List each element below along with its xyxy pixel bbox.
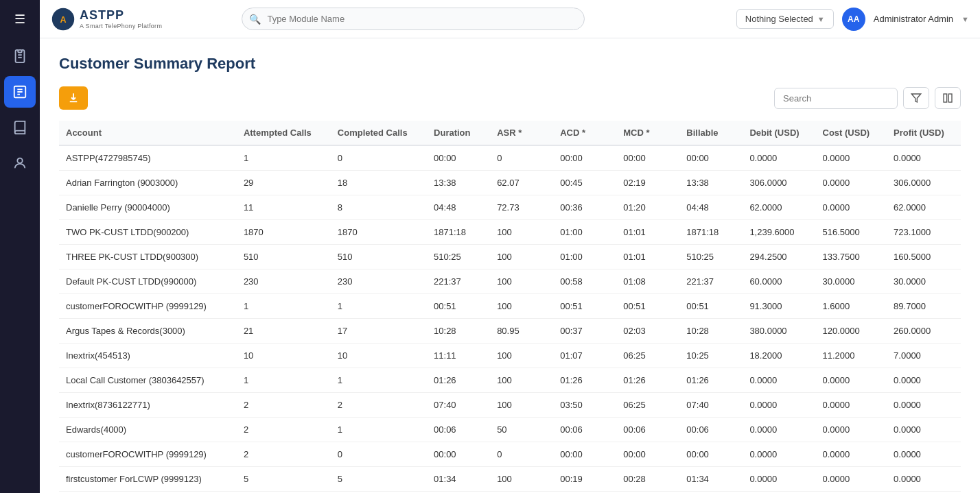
toolbar-row bbox=[59, 86, 961, 110]
col-header-debit: Debit (USD) bbox=[743, 121, 815, 145]
cell-mcd: 01:01 bbox=[616, 220, 679, 245]
cell-acd: 00:19 bbox=[553, 467, 616, 492]
svg-marker-7 bbox=[911, 94, 920, 102]
cell-debit: 0.0000 bbox=[743, 393, 815, 418]
sidebar-item-clipboard[interactable] bbox=[4, 40, 36, 72]
cell-asr: 100 bbox=[490, 220, 553, 245]
cell-profit: 306.0000 bbox=[887, 171, 961, 195]
cell-account: firstcustomer ForLCWP (9999123) bbox=[59, 467, 237, 492]
sidebar-item-book[interactable] bbox=[4, 112, 36, 143]
hamburger-button[interactable]: ☰ bbox=[0, 0, 40, 38]
col-header-cost: Cost (USD) bbox=[816, 121, 887, 145]
reports-icon bbox=[12, 84, 27, 99]
cell-acd: 00:00 bbox=[553, 442, 616, 467]
cell-debit: 0.0000 bbox=[743, 418, 815, 442]
cell-mcd: 00:00 bbox=[616, 442, 679, 467]
cell-asr: 62.07 bbox=[490, 171, 553, 195]
cell-mcd: 01:01 bbox=[616, 245, 679, 269]
cell-asr: 100 bbox=[490, 294, 553, 319]
col-header-billable: Billable bbox=[679, 121, 743, 145]
table-row: Inextrix(454513)101011:1110001:0706:2510… bbox=[59, 344, 961, 368]
table-row: ASTPP(4727985745)1000:00000:0000:0000:00… bbox=[59, 145, 961, 171]
cell-account: Danielle Perry (90004000) bbox=[59, 195, 237, 220]
user-chevron-icon[interactable]: ▼ bbox=[961, 15, 969, 23]
module-search-input[interactable] bbox=[242, 8, 585, 30]
cell-completed: 230 bbox=[331, 269, 427, 294]
cell-asr: 100 bbox=[490, 344, 553, 368]
cell-acd: 00:36 bbox=[553, 195, 616, 220]
cell-billable: 00:00 bbox=[679, 145, 743, 171]
cell-duration: 00:06 bbox=[427, 418, 490, 442]
cell-cost: 11.2000 bbox=[816, 344, 887, 368]
cell-attempted: 1870 bbox=[237, 220, 331, 245]
logo-icon: A bbox=[51, 7, 75, 32]
cell-attempted: 5 bbox=[237, 467, 331, 492]
cell-cost: 0.0000 bbox=[816, 418, 887, 442]
svg-rect-9 bbox=[948, 94, 952, 102]
cell-completed: 0 bbox=[331, 145, 427, 171]
cell-duration: 221:37 bbox=[427, 269, 490, 294]
cell-billable: 01:26 bbox=[679, 368, 743, 393]
cell-completed: 1 bbox=[331, 294, 427, 319]
cell-duration: 00:00 bbox=[427, 442, 490, 467]
download-button[interactable] bbox=[59, 86, 88, 110]
cell-account: customerFOROCWITHP (9999129) bbox=[59, 294, 237, 319]
cell-billable: 221:37 bbox=[679, 269, 743, 294]
sidebar-item-person[interactable] bbox=[4, 147, 36, 179]
table-row: Adrian Farrington (9003000)291813:3862.0… bbox=[59, 171, 961, 195]
cell-debit: 62.0000 bbox=[743, 195, 815, 220]
cell-mcd: 02:03 bbox=[616, 319, 679, 344]
cell-cost: 0.0000 bbox=[816, 442, 887, 467]
cell-profit: 0.0000 bbox=[887, 442, 961, 467]
cell-account: Argus Tapes & Records(3000) bbox=[59, 319, 237, 344]
cell-billable: 510:25 bbox=[679, 245, 743, 269]
cell-billable: 00:00 bbox=[679, 442, 743, 467]
cell-account: Local Call Customer (3803642557) bbox=[59, 368, 237, 393]
cell-acd: 01:00 bbox=[553, 245, 616, 269]
cell-billable: 13:38 bbox=[679, 171, 743, 195]
cell-cost: 133.7500 bbox=[816, 245, 887, 269]
cell-cost: 0.0000 bbox=[816, 467, 887, 492]
col-header-profit: Profit (USD) bbox=[887, 121, 961, 145]
table-row: Inextrix(8736122771)2207:4010003:5006:25… bbox=[59, 393, 961, 418]
cell-completed: 0 bbox=[331, 442, 427, 467]
table-row: Argus Tapes & Records(3000)211710:2880.9… bbox=[59, 319, 961, 344]
topbar: A ASTPP A Smart TelePhony Platform 🔍 Not… bbox=[40, 0, 980, 38]
svg-rect-8 bbox=[944, 94, 947, 102]
table-header: Account Attempted Calls Completed Calls … bbox=[59, 121, 961, 145]
cell-completed: 1 bbox=[331, 418, 427, 442]
cell-billable: 01:34 bbox=[679, 467, 743, 492]
table-search-input[interactable] bbox=[774, 88, 898, 109]
cell-duration: 00:51 bbox=[427, 294, 490, 319]
cell-cost: 120.0000 bbox=[816, 319, 887, 344]
cell-acd: 00:51 bbox=[553, 294, 616, 319]
cell-cost: 0.0000 bbox=[816, 145, 887, 171]
columns-button[interactable] bbox=[935, 87, 961, 109]
table-body: ASTPP(4727985745)1000:00000:0000:0000:00… bbox=[59, 145, 961, 492]
cell-billable: 00:06 bbox=[679, 418, 743, 442]
page-title: Customer Summary Report bbox=[59, 55, 961, 73]
sidebar-item-reports[interactable] bbox=[4, 76, 36, 108]
cell-attempted: 2 bbox=[237, 442, 331, 467]
cell-cost: 0.0000 bbox=[816, 171, 887, 195]
cell-cost: 0.0000 bbox=[816, 195, 887, 220]
cell-completed: 8 bbox=[331, 195, 427, 220]
filter-button[interactable] bbox=[903, 87, 929, 109]
cell-asr: 80.95 bbox=[490, 319, 553, 344]
cell-debit: 0.0000 bbox=[743, 442, 815, 467]
cell-completed: 5 bbox=[331, 467, 427, 492]
cell-mcd: 00:51 bbox=[616, 294, 679, 319]
cell-billable: 04:48 bbox=[679, 195, 743, 220]
cell-completed: 17 bbox=[331, 319, 427, 344]
cell-debit: 18.2000 bbox=[743, 344, 815, 368]
cell-acd: 00:00 bbox=[553, 145, 616, 171]
nothing-selected-dropdown[interactable]: Nothing Selected ▼ bbox=[736, 9, 834, 29]
cell-attempted: 1 bbox=[237, 368, 331, 393]
cell-account: Inextrix(454513) bbox=[59, 344, 237, 368]
cell-mcd: 06:25 bbox=[616, 393, 679, 418]
cell-duration: 01:34 bbox=[427, 467, 490, 492]
col-header-asr: ASR * bbox=[490, 121, 553, 145]
cell-profit: 0.0000 bbox=[887, 418, 961, 442]
cell-debit: 294.2500 bbox=[743, 245, 815, 269]
cell-billable: 10:25 bbox=[679, 344, 743, 368]
